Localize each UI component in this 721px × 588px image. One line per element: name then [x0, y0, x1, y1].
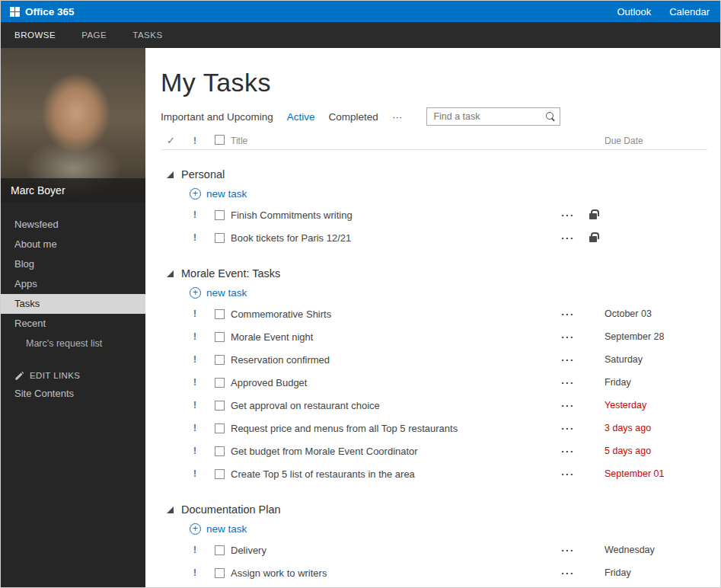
- task-menu-button[interactable]: ···: [554, 545, 582, 556]
- task-title[interactable]: Get approval on restaurant choice: [231, 400, 554, 411]
- group-header[interactable]: Morale Event: Tasks: [161, 264, 707, 283]
- task-title[interactable]: Reservation confirmed: [231, 354, 554, 366]
- task-complete-checkbox[interactable]: [215, 423, 225, 433]
- task-row[interactable]: ! Assign work to writers ··· Friday: [161, 561, 707, 584]
- task-menu-button[interactable]: ···: [554, 377, 582, 388]
- sidebar: Marc Boyer NewsfeedAbout meBlogAppsTasks…: [1, 48, 145, 587]
- task-row[interactable]: ! Prioritize list of feature based on bu…: [161, 584, 707, 587]
- task-complete-checkbox[interactable]: [215, 378, 225, 388]
- task-title[interactable]: Book tickets for Paris 12/21: [231, 232, 554, 244]
- task-title[interactable]: Get budget from Morale Event Coordinator: [231, 446, 554, 457]
- new-task-button[interactable]: + new task: [161, 283, 707, 302]
- task-group: Morale Event: Tasks + new task ! Commemo…: [161, 264, 707, 485]
- topbar-link-calendar[interactable]: Calendar: [669, 6, 710, 18]
- filter-tab-important-and-upcoming[interactable]: Important and Upcoming: [161, 111, 273, 123]
- edit-links-button[interactable]: EDIT LINKS: [1, 367, 145, 384]
- group-name: Morale Event: Tasks: [181, 267, 280, 280]
- office-logo-icon: [10, 7, 20, 17]
- task-menu-button[interactable]: ···: [554, 400, 582, 411]
- collapse-triangle-icon: [167, 171, 174, 178]
- task-complete-checkbox[interactable]: [215, 545, 225, 555]
- sidebar-nav: NewsfeedAbout meBlogAppsTasksRecentMarc'…: [1, 215, 145, 353]
- sidebar-item-newsfeed[interactable]: Newsfeed: [1, 215, 145, 235]
- task-menu-button[interactable]: ···: [554, 354, 582, 366]
- sidebar-item-site-contents[interactable]: Site Contents: [1, 384, 145, 404]
- task-menu-button[interactable]: ···: [554, 209, 582, 221]
- new-task-label: new task: [206, 188, 247, 200]
- topbar-link-outlook[interactable]: Outlook: [617, 6, 651, 18]
- priority-icon: !: [193, 331, 215, 342]
- task-complete-checkbox[interactable]: [215, 233, 225, 243]
- lock-icon: [589, 236, 597, 242]
- task-row[interactable]: ! Commemorative Shirts ··· October 03: [161, 302, 707, 325]
- ribbon-tab-tasks[interactable]: TASKS: [132, 30, 162, 40]
- office-365-brand[interactable]: Office 365: [10, 6, 75, 18]
- task-complete-checkbox[interactable]: [215, 401, 225, 411]
- task-title[interactable]: Morale Event night: [231, 331, 554, 343]
- search-icon[interactable]: [545, 111, 556, 122]
- filter-tab-completed[interactable]: Completed: [329, 111, 378, 123]
- task-menu-button[interactable]: ···: [554, 331, 582, 343]
- new-task-label: new task: [206, 523, 247, 535]
- task-menu-button[interactable]: ···: [554, 232, 582, 244]
- task-menu-button[interactable]: ···: [554, 446, 582, 457]
- task-row[interactable]: ! Delivery ··· Wednesday: [161, 538, 707, 561]
- task-title[interactable]: Create Top 5 list of restaurants in the …: [231, 468, 554, 480]
- new-task-button[interactable]: + new task: [161, 519, 707, 538]
- brand-label: Office 365: [25, 6, 75, 18]
- task-menu-button[interactable]: ···: [554, 468, 582, 480]
- task-row[interactable]: ! Approved Budget ··· Friday: [161, 371, 707, 394]
- sidebar-item-about-me[interactable]: About me: [1, 235, 145, 254]
- task-row[interactable]: ! Request price and menus from all Top 5…: [161, 417, 707, 439]
- task-due-date: Yesterday: [605, 400, 707, 411]
- task-menu-button[interactable]: ···: [554, 567, 582, 579]
- task-title[interactable]: Assign work to writers: [231, 567, 554, 579]
- task-row[interactable]: ! Get approval on restaurant choice ··· …: [161, 394, 707, 417]
- task-title[interactable]: Request price and menus from all Top 5 r…: [231, 423, 554, 434]
- task-row[interactable]: ! Create Top 5 list of restaurants in th…: [161, 462, 707, 485]
- task-row[interactable]: ! Finish Commitments writing ···: [161, 203, 707, 226]
- task-title[interactable]: Finish Commitments writing: [231, 209, 554, 221]
- filter-tab-more[interactable]: ···: [392, 111, 403, 123]
- priority-icon: !: [193, 377, 215, 388]
- sidebar-item-marc-s-request-list[interactable]: Marc's request list: [1, 334, 145, 353]
- sidebar-item-apps[interactable]: Apps: [1, 274, 145, 294]
- main-content: My Tasks Important and UpcomingActiveCom…: [145, 48, 720, 587]
- plus-icon: +: [190, 188, 201, 200]
- task-row[interactable]: ! Morale Event night ··· September 28: [161, 325, 707, 348]
- filter-tabs: Important and UpcomingActiveCompleted···: [161, 111, 402, 123]
- task-complete-checkbox[interactable]: [215, 355, 225, 365]
- title-column-header[interactable]: Title: [231, 136, 605, 146]
- pencil-icon: [14, 371, 24, 381]
- task-title[interactable]: Commemorative Shirts: [231, 308, 554, 320]
- task-row[interactable]: ! Get budget from Morale Event Coordinat…: [161, 439, 707, 462]
- task-menu-button[interactable]: ···: [554, 308, 582, 320]
- task-title[interactable]: Approved Budget: [231, 377, 554, 388]
- task-menu-button[interactable]: ···: [554, 423, 582, 434]
- sidebar-item-tasks[interactable]: Tasks: [1, 294, 145, 314]
- task-row[interactable]: ! Reservation confirmed ··· Saturday: [161, 348, 707, 371]
- group-header[interactable]: Personal: [161, 165, 707, 184]
- ribbon-tab-page[interactable]: PAGE: [81, 30, 107, 40]
- task-groups: Personal + new task ! Finish Commitments…: [161, 165, 707, 587]
- task-complete-checkbox[interactable]: [215, 210, 225, 220]
- sidebar-item-blog[interactable]: Blog: [1, 254, 145, 274]
- task-due-date: October 03: [605, 308, 707, 319]
- task-complete-checkbox[interactable]: [215, 309, 225, 319]
- search-input[interactable]: [433, 111, 545, 122]
- task-complete-checkbox[interactable]: [215, 332, 225, 342]
- filter-tab-active[interactable]: Active: [287, 111, 315, 123]
- group-header[interactable]: Documentation Plan: [161, 500, 707, 519]
- task-title[interactable]: Delivery: [231, 545, 554, 556]
- due-date-column-header[interactable]: Due Date: [605, 136, 707, 146]
- task-complete-checkbox[interactable]: [215, 568, 225, 578]
- select-all-checkbox[interactable]: [215, 135, 225, 145]
- new-task-button[interactable]: + new task: [161, 184, 707, 203]
- task-row[interactable]: ! Book tickets for Paris 12/21 ···: [161, 226, 707, 249]
- sidebar-item-recent[interactable]: Recent: [1, 314, 145, 334]
- task-complete-checkbox[interactable]: [215, 446, 225, 456]
- task-complete-checkbox[interactable]: [215, 469, 225, 479]
- ribbon-tab-browse[interactable]: BROWSE: [14, 30, 56, 40]
- priority-icon: !: [193, 423, 215, 433]
- task-group: Documentation Plan + new task ! Delivery…: [161, 500, 707, 587]
